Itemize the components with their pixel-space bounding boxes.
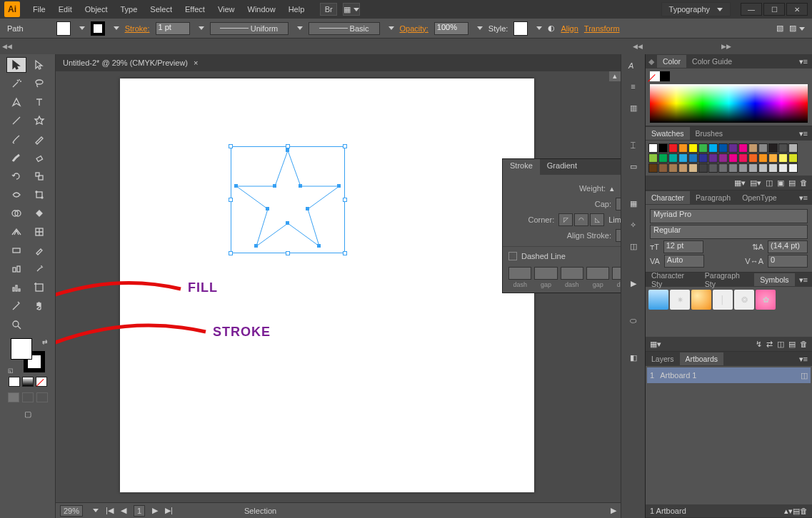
swatch-cell[interactable] xyxy=(778,153,788,163)
swatch-cell[interactable] xyxy=(768,143,778,153)
swatch-grid[interactable] xyxy=(647,142,811,174)
swatch-cell[interactable] xyxy=(758,143,768,153)
symbol-libraries-icon[interactable]: ▦▾ xyxy=(650,340,661,349)
dock-stroke-icon[interactable]: ▭ xyxy=(626,158,641,174)
swatch-cell[interactable] xyxy=(788,163,798,173)
blob-brush-tool[interactable] xyxy=(6,150,26,166)
canvas[interactable]: FILL STROKE Stroke Gradient ▸▸ ▾≡ xyxy=(56,71,621,518)
swatch-cell[interactable] xyxy=(678,143,688,153)
symbol-options-icon[interactable]: ◫ xyxy=(777,340,784,349)
new-swatch-icon[interactable]: ▤ xyxy=(788,178,796,188)
shape-builder-tool[interactable] xyxy=(6,205,26,221)
tab-layers[interactable]: Layers xyxy=(646,352,680,365)
menu-window[interactable]: Window xyxy=(242,2,281,16)
weight-step-up[interactable]: ▴ xyxy=(610,184,618,193)
tab-symbols[interactable]: Symbols xyxy=(754,273,794,286)
swatch-cell[interactable] xyxy=(698,163,708,173)
menu-help[interactable]: Help xyxy=(283,2,311,16)
star-tool[interactable] xyxy=(29,113,49,128)
draw-inside[interactable] xyxy=(36,392,48,402)
swatch-cell[interactable] xyxy=(648,163,658,173)
cap-butt[interactable]: ▮ xyxy=(616,198,621,210)
dash-2[interactable] xyxy=(561,267,583,280)
default-fill-stroke-icon[interactable]: ◱ xyxy=(8,367,14,374)
slice-tool[interactable] xyxy=(6,298,26,314)
recolor-artwork-icon[interactable]: ◐ xyxy=(548,24,555,33)
swatch-cell[interactable] xyxy=(718,153,728,163)
dock-paragraph-icon[interactable]: ≡ xyxy=(626,78,641,94)
nav-last-icon[interactable]: ▶| xyxy=(165,506,173,515)
dock-opentype-icon[interactable]: ▥ xyxy=(626,100,641,116)
swatch-cell[interactable] xyxy=(748,163,758,173)
zoom-tool[interactable] xyxy=(6,317,26,332)
swatch-cell[interactable] xyxy=(668,153,678,163)
delete-artboard-icon[interactable]: 🗑 xyxy=(800,507,808,515)
lasso-tool[interactable] xyxy=(29,76,49,91)
bridge-button[interactable]: Br xyxy=(320,3,337,16)
tab-para-styles[interactable]: Paragraph Sty xyxy=(699,269,755,290)
dock-character-icon[interactable]: A xyxy=(626,57,641,73)
swatch-cell[interactable] xyxy=(748,143,758,153)
menu-view[interactable]: View xyxy=(212,2,241,16)
artboard-tool[interactable] xyxy=(29,280,49,295)
font-size-field[interactable]: 12 pt xyxy=(663,240,703,253)
tab-close-icon[interactable]: × xyxy=(194,59,198,67)
artboard-options-icon[interactable]: ◫ xyxy=(801,371,808,380)
nav-prev-icon[interactable]: ◀ xyxy=(121,506,126,515)
tools-collapse[interactable]: ◀◀ xyxy=(0,42,14,51)
none-mode-button[interactable] xyxy=(36,377,47,387)
delete-swatch-icon[interactable]: 🗑 xyxy=(800,178,808,187)
nav-first-icon[interactable]: |◀ xyxy=(106,506,114,515)
new-color-group-icon[interactable]: ▣ xyxy=(777,178,784,188)
swatch-cell[interactable] xyxy=(648,143,658,153)
fill-stroke-control[interactable]: ⇄ ◱ xyxy=(11,338,45,372)
status-menu-icon[interactable]: ▶ xyxy=(611,506,616,515)
selected-star-object[interactable] xyxy=(231,146,345,253)
selection-tool[interactable] xyxy=(6,57,26,73)
tab-brushes[interactable]: Brushes xyxy=(690,127,729,140)
dash-3[interactable] xyxy=(612,267,621,280)
swatch-options-icon[interactable]: ◫ xyxy=(766,178,773,188)
eyedropper-tool[interactable] xyxy=(29,243,49,258)
swatch-cell[interactable] xyxy=(768,163,778,173)
dock-color-icon[interactable]: ◧ xyxy=(626,350,641,365)
graphic-style-swatch[interactable] xyxy=(513,21,528,36)
swatch-cell[interactable] xyxy=(788,143,798,153)
swatch-libraries-icon[interactable]: ▦▾ xyxy=(734,178,746,188)
swatch-cell[interactable] xyxy=(708,153,718,163)
symbol-3[interactable] xyxy=(691,290,711,310)
swatches-panel-menu-icon[interactable]: ▾≡ xyxy=(795,128,812,140)
swatch-cell[interactable] xyxy=(708,163,718,173)
opacity-label[interactable]: Opacity: xyxy=(400,24,428,33)
stroke-weight-field[interactable]: 1 pt xyxy=(156,22,190,35)
symbol-4[interactable]: │ xyxy=(713,290,733,310)
draw-normal[interactable] xyxy=(8,392,19,402)
stroke-panel[interactable]: Stroke Gradient ▸▸ ▾≡ Weight: ▴ 1 pt ▾ C… xyxy=(502,158,621,293)
pen-tool[interactable] xyxy=(6,94,26,110)
menu-type[interactable]: Type xyxy=(115,2,144,16)
swatch-cell[interactable] xyxy=(758,153,768,163)
pencil-tool[interactable] xyxy=(29,131,49,147)
scale-tool[interactable] xyxy=(29,168,49,184)
swatch-cell[interactable] xyxy=(658,153,668,163)
align-stroke-center[interactable]: ▯ xyxy=(616,229,621,242)
isolate-icon[interactable]: ▧ xyxy=(776,24,783,33)
swatch-cell[interactable] xyxy=(678,153,688,163)
stroke-brush[interactable]: Basic xyxy=(309,22,380,35)
swatch-cell[interactable] xyxy=(718,143,728,153)
break-link-icon[interactable]: ⇄ xyxy=(766,340,773,349)
type-tool[interactable] xyxy=(29,94,49,110)
none-swatch[interactable] xyxy=(650,71,660,81)
swatch-cell[interactable] xyxy=(688,143,698,153)
dock-glyphs-icon[interactable]: ⌶ xyxy=(626,137,641,153)
live-paint-tool[interactable] xyxy=(29,205,49,221)
symbol-2[interactable]: ✷ xyxy=(670,290,690,310)
panels-collapse[interactable]: ▶▶ xyxy=(645,42,812,51)
swatch-cell[interactable] xyxy=(738,143,748,153)
width-tool[interactable] xyxy=(6,187,26,203)
line-tool[interactable] xyxy=(6,113,26,128)
artboard-nav-field[interactable]: 1 xyxy=(134,505,145,517)
perspective-grid-tool[interactable] xyxy=(6,224,26,240)
swatch-cell[interactable] xyxy=(778,163,788,173)
swatch-cell[interactable] xyxy=(648,153,658,163)
